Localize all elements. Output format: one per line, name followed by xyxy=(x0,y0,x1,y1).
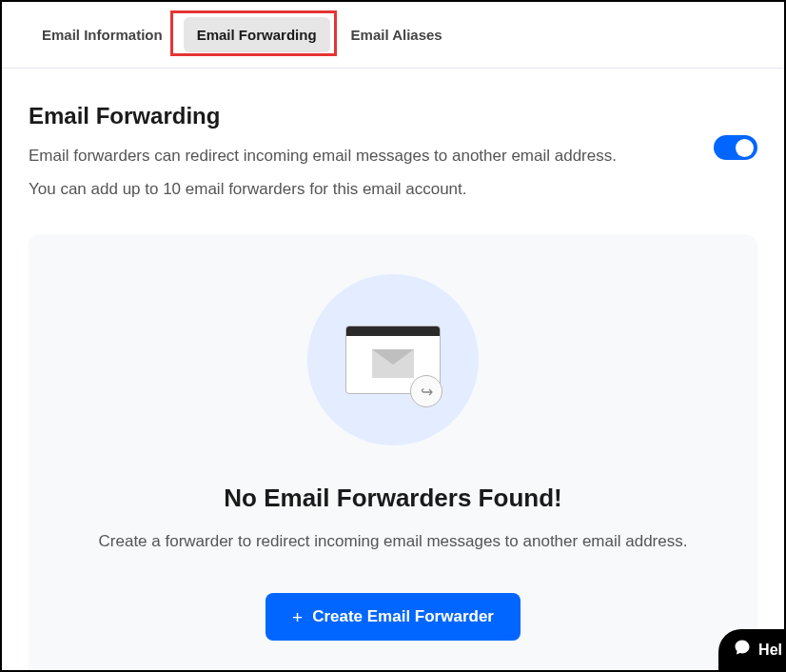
toggle-knob xyxy=(736,139,754,157)
content-area: Email Forwarding Email forwarders can re… xyxy=(2,69,784,672)
plus-icon: + xyxy=(292,608,303,626)
description-line-1: Email forwarders can redirect incoming e… xyxy=(29,143,714,168)
forward-badge: ↪ xyxy=(410,375,442,407)
empty-state-title: No Email Forwarders Found! xyxy=(63,484,723,513)
tab-email-forwarding[interactable]: Email Forwarding xyxy=(184,17,330,52)
create-forwarder-button[interactable]: + Create Email Forwarder xyxy=(265,593,521,641)
description-line-2: You can add up to 10 email forwarders fo… xyxy=(29,176,714,202)
forward-arrow-icon: ↪ xyxy=(421,383,433,401)
tab-email-aliases[interactable]: Email Aliases xyxy=(338,17,456,52)
create-button-label: Create Email Forwarder xyxy=(312,607,494,626)
envelope-icon xyxy=(372,349,414,378)
header-row: Email Forwarding Email forwarders can re… xyxy=(29,103,757,209)
empty-state-illustration: ↪ xyxy=(307,274,479,445)
chat-icon xyxy=(734,639,751,661)
window-bar xyxy=(346,326,440,336)
forwarding-toggle[interactable] xyxy=(714,135,757,160)
help-label: Hel xyxy=(758,642,782,659)
envelope-flap xyxy=(372,349,414,365)
tabs-container: Email Information Email Forwarding Email… xyxy=(2,2,784,69)
page-title: Email Forwarding xyxy=(29,103,714,129)
tab-email-information[interactable]: Email Information xyxy=(29,17,176,52)
header-text: Email Forwarding Email forwarders can re… xyxy=(29,103,714,209)
empty-state-card: ↪ No Email Forwarders Found! Create a fo… xyxy=(29,234,757,672)
help-widget[interactable]: Hel xyxy=(718,629,784,670)
empty-state-description: Create a forwarder to redirect incoming … xyxy=(63,532,723,551)
